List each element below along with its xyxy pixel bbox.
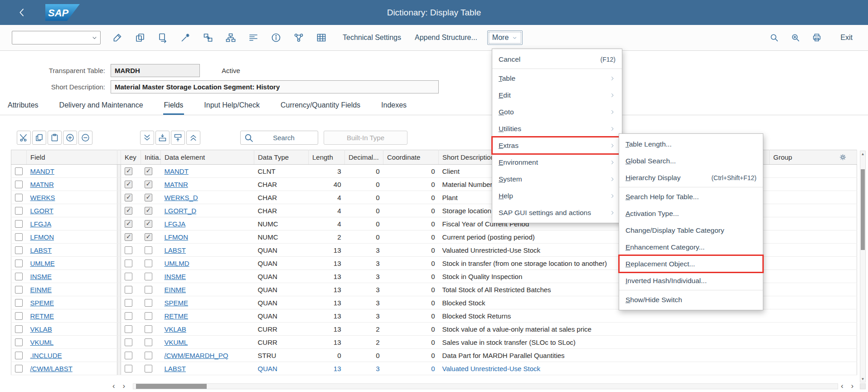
initial-checkbox[interactable] <box>145 260 152 267</box>
key-checkbox[interactable] <box>125 167 132 175</box>
print-icon[interactable] <box>811 32 823 44</box>
field-link[interactable]: RETME <box>30 312 54 320</box>
insert-row-icon[interactable] <box>63 131 77 145</box>
chevron-double-up-icon[interactable] <box>186 131 200 145</box>
search-button[interactable]: Search <box>240 131 318 145</box>
row-select-checkbox[interactable] <box>15 365 23 372</box>
graphic-icon[interactable] <box>292 31 305 44</box>
field-link[interactable]: INSME <box>30 273 52 280</box>
row-select-checkbox[interactable] <box>15 181 23 188</box>
initial-checkbox[interactable] <box>145 286 152 294</box>
field-link[interactable]: VKUML <box>30 338 54 346</box>
column-pager-left[interactable]: ‹ › <box>112 382 128 391</box>
tab-currency-quantity-fields[interactable]: Currency/Quantity Fields <box>280 101 361 115</box>
scroll-down-icon[interactable]: ▼ <box>860 376 865 382</box>
row-select-checkbox[interactable] <box>15 299 23 307</box>
data_element-link[interactable]: WERKS_D <box>165 194 198 201</box>
menu-item-edit[interactable]: Edit <box>492 87 622 103</box>
menu-item-help[interactable]: Help <box>492 187 622 204</box>
tab-input-help-check[interactable]: Input Help/Check <box>203 101 261 115</box>
insert-line-icon[interactable] <box>155 131 170 145</box>
gear-icon[interactable] <box>839 153 847 162</box>
chevron-double-down-icon[interactable] <box>140 131 154 145</box>
key-checkbox[interactable] <box>125 338 132 346</box>
row-select-checkbox[interactable] <box>15 207 23 215</box>
append-structure-button[interactable]: Append Structure... <box>411 31 481 44</box>
table-row[interactable]: /CWM/LABSTLABSTQUAN1330Valuated Unrestri… <box>11 362 857 375</box>
key-checkbox[interactable] <box>125 233 132 241</box>
append-line-icon[interactable] <box>171 131 185 145</box>
field-link[interactable]: MATNR <box>30 181 54 188</box>
search-icon[interactable] <box>768 32 780 44</box>
table-row[interactable]: RETMERETMEQUAN1330Blocked Stock Returns <box>11 309 857 323</box>
key-checkbox[interactable] <box>125 286 132 294</box>
row-select-checkbox[interactable] <box>15 167 23 175</box>
data_element-link[interactable]: LGORT_D <box>165 207 197 215</box>
table-name-field[interactable]: MARDH <box>111 64 200 77</box>
data_element-link[interactable]: SPEME <box>165 299 189 307</box>
field-link[interactable]: EINME <box>30 286 52 294</box>
information-icon[interactable] <box>270 31 282 44</box>
initial-checkbox[interactable] <box>145 365 152 372</box>
menu-item-inverted-hash-individual[interactable]: Inverted Hash/Individual... <box>619 272 763 289</box>
delete-row-icon[interactable] <box>78 131 92 145</box>
horizontal-scroll-thumb[interactable] <box>136 384 207 389</box>
hierarchy-display-icon[interactable] <box>224 31 237 44</box>
data_element-link[interactable]: VKUML <box>165 338 188 346</box>
initial-checkbox[interactable] <box>145 194 152 201</box>
key-checkbox[interactable] <box>125 194 132 201</box>
initial-checkbox[interactable] <box>145 312 152 320</box>
menu-item-system[interactable]: System <box>492 171 622 187</box>
row-select-checkbox[interactable] <box>15 312 23 320</box>
copy-icon[interactable] <box>32 131 46 145</box>
initial-checkbox[interactable] <box>145 338 152 346</box>
table-row[interactable]: VKLABVKLABCURR1320Stock value of a value… <box>11 323 857 336</box>
initial-checkbox[interactable] <box>145 352 152 359</box>
menu-item-cancel[interactable]: Cancel(F12) <box>492 51 622 68</box>
row-select-checkbox[interactable] <box>15 325 23 333</box>
row-select-checkbox[interactable] <box>15 338 23 346</box>
row-select-checkbox[interactable] <box>15 246 23 254</box>
database-table-icon[interactable] <box>315 31 328 44</box>
row-select-checkbox[interactable] <box>15 273 23 280</box>
key-checkbox[interactable] <box>125 299 132 307</box>
menu-item-global-search[interactable]: Global Search... <box>619 152 763 169</box>
initial-checkbox[interactable] <box>145 167 152 175</box>
vertical-scroll-thumb[interactable] <box>861 169 865 250</box>
data_element-link[interactable]: LFGJA <box>165 220 186 228</box>
vertical-scrollbar[interactable]: ▲ ▼ <box>860 151 866 382</box>
menu-item-sap-gui-settings-and-actions[interactable]: SAP GUI settings and actions <box>492 204 622 221</box>
menu-item-environment[interactable]: Environment <box>492 154 622 171</box>
key-checkbox[interactable] <box>125 246 132 254</box>
key-checkbox[interactable] <box>125 181 132 188</box>
menu-item-change-display-table-category[interactable]: Change/Display Table Category <box>619 222 763 239</box>
field-link[interactable]: /CWM/LABST <box>30 365 73 372</box>
technical-settings-button[interactable]: Technical Settings <box>339 31 405 44</box>
paste-icon[interactable] <box>48 131 62 145</box>
display-change-icon[interactable] <box>111 31 124 44</box>
sort-fields-icon[interactable] <box>247 31 260 44</box>
menu-item-table[interactable]: Table <box>492 70 622 87</box>
menu-item-extras[interactable]: Extras <box>492 137 622 154</box>
initial-checkbox[interactable] <box>145 207 152 215</box>
advanced-search-icon[interactable] <box>790 32 801 44</box>
horizontal-scrollbar[interactable] <box>133 383 838 389</box>
initial-checkbox[interactable] <box>145 233 152 241</box>
field-link[interactable]: .INCLUDE <box>30 352 62 359</box>
data_element-link[interactable]: RETME <box>165 312 189 320</box>
data_element-link[interactable]: /CWM/EMARDH_PQ <box>165 352 228 359</box>
runtime-object-icon[interactable] <box>202 31 214 44</box>
key-checkbox[interactable] <box>125 220 132 228</box>
data_element-link[interactable]: INSME <box>165 273 186 280</box>
data_element-link[interactable]: MANDT <box>165 167 189 175</box>
more-button[interactable]: More <box>487 30 523 45</box>
tab-indexes[interactable]: Indexes <box>380 101 407 115</box>
row-select-checkbox[interactable] <box>15 233 23 241</box>
data_element-link[interactable]: UMLMD <box>165 260 189 267</box>
menu-item-hierarchy-display[interactable]: Hierarchy Display(Ctrl+Shift+F12) <box>619 169 763 186</box>
table-row[interactable]: .INCLUDE/CWM/EMARDH_PQSTRU000Data Part f… <box>11 349 857 362</box>
field-link[interactable]: WERKS <box>30 194 55 201</box>
short-description-field[interactable]: Material Master Storage Location Segment… <box>111 80 439 93</box>
menu-item-utilities[interactable]: Utilities <box>492 120 622 137</box>
initial-checkbox[interactable] <box>145 273 152 280</box>
